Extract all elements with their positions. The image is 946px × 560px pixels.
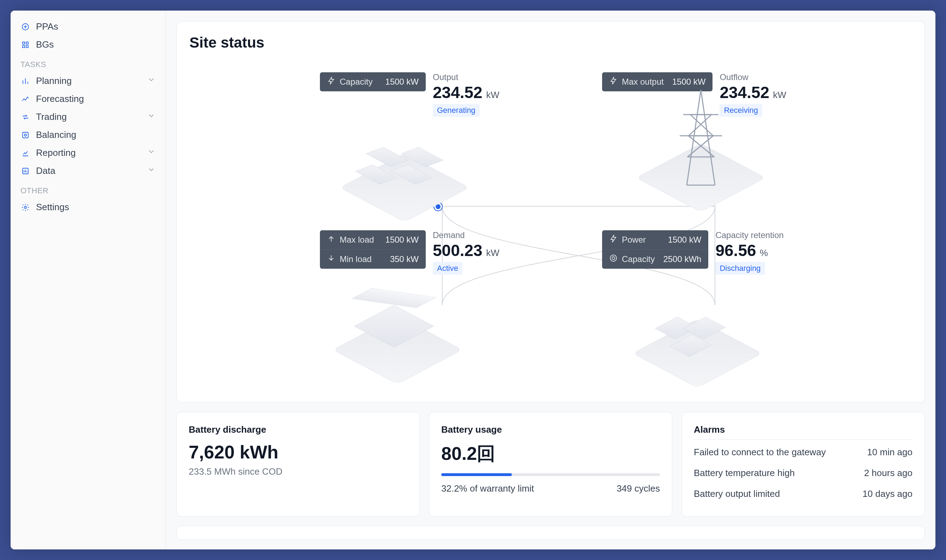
bolt-icon bbox=[609, 77, 618, 87]
bottom-cards: Battery discharge 7,620 kWh 233.5 MWh si… bbox=[176, 412, 925, 517]
bgs-icon bbox=[20, 40, 30, 50]
sidebar-label: Data bbox=[36, 165, 55, 176]
load-tag: Max load 1500 kW Min load 350 kW bbox=[320, 230, 426, 269]
metric-label: Demand bbox=[433, 230, 500, 240]
sidebar-label: BGs bbox=[36, 39, 54, 50]
tag-label: Power bbox=[622, 235, 646, 245]
sidebar-item-planning[interactable]: Planning bbox=[11, 72, 165, 90]
svg-rect-5 bbox=[23, 132, 28, 138]
svg-point-9 bbox=[610, 255, 617, 261]
metric-label: Outflow bbox=[720, 72, 786, 82]
sidebar-item-settings[interactable]: Settings bbox=[11, 198, 165, 216]
chevron-down-icon bbox=[147, 165, 155, 176]
battery-tag: Power 1500 kW Capacity 2500 kWh bbox=[602, 230, 708, 269]
solar-panels-icon bbox=[338, 122, 472, 217]
gear-icon bbox=[20, 202, 30, 212]
battery-discharge-card: Battery discharge 7,620 kWh 233.5 MWh si… bbox=[176, 412, 420, 517]
alarm-row[interactable]: Failed to connect to the gateway 10 min … bbox=[694, 442, 912, 463]
chevron-down-icon bbox=[147, 111, 155, 122]
node-battery: Power 1500 kW Capacity 2500 kWh bbox=[602, 230, 784, 275]
grid-tower-icon bbox=[634, 100, 768, 196]
usage-cycles-text: 349 cycles bbox=[617, 483, 660, 494]
solar-tag: Capacity 1500 kW bbox=[320, 72, 426, 91]
alarm-msg: Battery temperature high bbox=[694, 468, 795, 478]
chevron-down-icon bbox=[147, 75, 155, 86]
node-solar: Capacity 1500 kW Output 234.52 kW Genera… bbox=[320, 72, 500, 117]
bolt-icon bbox=[609, 234, 618, 245]
sidebar-label: Settings bbox=[36, 202, 69, 213]
discharge-sub: 233.5 MWh since COD bbox=[189, 466, 408, 477]
svg-rect-3 bbox=[23, 46, 25, 48]
tag-value: 1500 kW bbox=[672, 77, 706, 87]
card-title: Alarms bbox=[694, 424, 912, 440]
site-status-card: Site status bbox=[176, 21, 925, 403]
sidebar: PPAs BGs TASKS Planning bbox=[11, 11, 166, 549]
tag-label: Max load bbox=[340, 235, 374, 245]
alarm-row[interactable]: Battery temperature high 2 hours ago bbox=[694, 463, 912, 483]
diagram: Capacity 1500 kW Output 234.52 kW Genera… bbox=[189, 58, 912, 390]
usage-progress bbox=[441, 473, 660, 476]
alarm-msg: Battery output limited bbox=[694, 488, 780, 499]
node-load: Max load 1500 kW Min load 350 kW bbox=[320, 230, 500, 275]
card-title: Battery discharge bbox=[189, 424, 408, 435]
sidebar-item-data[interactable]: Data bbox=[11, 162, 165, 180]
building-icon bbox=[331, 284, 465, 379]
balancing-icon bbox=[20, 130, 30, 140]
sidebar-label: Trading bbox=[36, 111, 67, 122]
svg-point-6 bbox=[24, 134, 26, 136]
metric-value: 234.52 bbox=[433, 83, 483, 102]
discharge-value: 7,620 kWh bbox=[189, 442, 408, 463]
sidebar-label: Planning bbox=[36, 75, 72, 86]
sidebar-label: PPAs bbox=[36, 21, 58, 32]
alarm-time: 10 min ago bbox=[867, 447, 912, 458]
tag-value: 1500 kW bbox=[385, 77, 419, 87]
data-icon bbox=[20, 166, 30, 176]
next-card-peek bbox=[176, 526, 925, 540]
tag-value: 2500 kWh bbox=[663, 254, 701, 264]
sidebar-heading-other: OTHER bbox=[11, 180, 165, 198]
svg-rect-1 bbox=[23, 42, 25, 44]
metric-unit: kW bbox=[486, 248, 500, 258]
svg-point-8 bbox=[24, 206, 26, 208]
alarm-time: 2 hours ago bbox=[864, 468, 912, 478]
card-title: Battery usage bbox=[441, 424, 660, 435]
chevron-down-icon bbox=[147, 148, 155, 158]
tag-value: 1500 kW bbox=[668, 235, 701, 245]
sidebar-label: Balancing bbox=[36, 129, 76, 140]
sidebar-item-ppas[interactable]: PPAs bbox=[11, 18, 165, 35]
alarm-msg: Failed to connect to the gateway bbox=[694, 447, 826, 458]
tag-value: 350 kW bbox=[390, 254, 419, 264]
main-content: Site status bbox=[166, 11, 935, 549]
usage-limit-text: 32.2% of warranty limit bbox=[441, 483, 534, 494]
tag-label: Capacity bbox=[622, 254, 655, 264]
metric-label: Output bbox=[433, 72, 500, 82]
metric-value: 500.23 bbox=[433, 241, 483, 260]
metric-unit: kW bbox=[486, 89, 500, 100]
svg-rect-2 bbox=[26, 42, 28, 44]
usage-value: 80.2回 bbox=[441, 442, 660, 466]
sidebar-item-bgs[interactable]: BGs bbox=[11, 35, 165, 54]
tag-label: Capacity bbox=[340, 77, 372, 87]
arrow-down-icon bbox=[327, 254, 335, 265]
metric-unit: kW bbox=[773, 89, 786, 100]
bolt-icon bbox=[327, 77, 335, 87]
tag-label: Max output bbox=[622, 77, 664, 87]
alarms-card: Alarms Failed to connect to the gateway … bbox=[681, 412, 925, 517]
metric-label: Capacity retention bbox=[715, 230, 783, 240]
metric-value: 96.56 bbox=[715, 241, 756, 260]
sidebar-item-balancing[interactable]: Balancing bbox=[11, 126, 165, 144]
battery-usage-card: Battery usage 80.2回 32.2% of warranty li… bbox=[429, 412, 672, 517]
sidebar-item-reporting[interactable]: Reporting bbox=[11, 144, 165, 162]
svg-rect-4 bbox=[26, 46, 28, 48]
sidebar-label: Forecasting bbox=[36, 94, 84, 105]
forecasting-icon bbox=[20, 94, 30, 104]
trading-icon bbox=[20, 112, 30, 122]
planning-icon bbox=[20, 76, 30, 86]
capacity-icon bbox=[609, 254, 618, 265]
alarm-row[interactable]: Battery output limited 10 days ago bbox=[694, 483, 912, 504]
svg-point-10 bbox=[612, 257, 615, 260]
tag-value: 1500 kW bbox=[385, 235, 419, 245]
sidebar-item-forecasting[interactable]: Forecasting bbox=[11, 90, 165, 108]
connector-lines bbox=[189, 58, 912, 390]
sidebar-item-trading[interactable]: Trading bbox=[11, 108, 165, 126]
